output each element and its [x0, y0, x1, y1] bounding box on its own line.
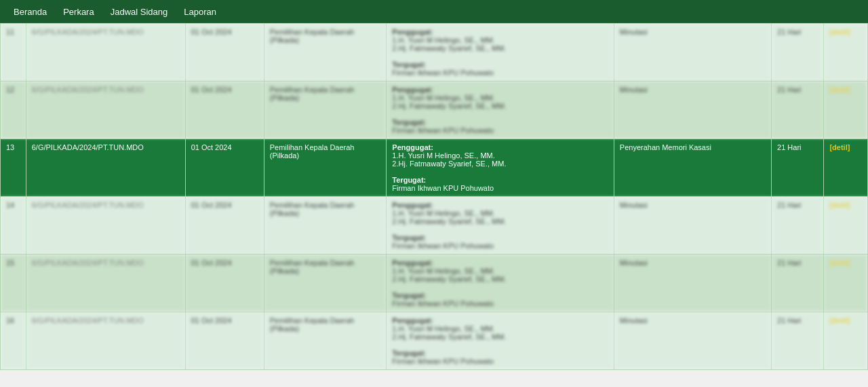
row-tenggat: 21 Hari: [772, 24, 824, 81]
row-no: 12: [1, 81, 26, 139]
row-no: 15: [1, 255, 26, 312]
row-tenggat: 21 Hari: [772, 255, 824, 312]
row-aksi: [detil]: [824, 81, 868, 139]
row-tahapan: Minutasi: [614, 312, 771, 370]
row-tanggal: 01 Oct 2024: [185, 255, 264, 312]
row-tenggat: 21 Hari: [772, 139, 824, 197]
detail-link[interactable]: [detil]: [829, 86, 850, 94]
detail-link[interactable]: [detil]: [829, 28, 850, 36]
row-jenis: Pemilihan Kepala Daerah(Pilkada): [264, 24, 387, 81]
table-row: 11 6/G/PILKADA/2024/PT.TUN.MDO 01 Oct 20…: [1, 24, 868, 81]
table-row: 16 6/G/PILKADA/2024/PT.TUN.MDO 01 Oct 20…: [1, 312, 868, 370]
table-row: 14 6/G/PILKADA/2024/PT.TUN.MDO 01 Oct 20…: [1, 197, 868, 255]
detail-link[interactable]: [detil]: [829, 316, 850, 325]
row-perkara: 6/G/PILKADA/2024/PT.TUN.MDO: [26, 255, 185, 312]
navigation: Beranda Perkara Jadwal Sidang Laporan: [0, 0, 868, 23]
row-jenis: Pemilihan Kepala Daerah(Pilkada): [264, 197, 387, 255]
row-tanggal: 01 Oct 2024: [185, 139, 264, 197]
row-tanggal: 01 Oct 2024: [185, 24, 264, 81]
row-jenis: Pemilihan Kepala Daerah(Pilkada): [264, 81, 387, 139]
row-tahapan: Penyerahan Memori Kasasi: [614, 139, 771, 197]
row-pihak: Penggugat: 1.H. Yusri M Helingo, SE., MM…: [387, 81, 614, 139]
row-jenis: Pemilihan Kepala Daerah(Pilkada): [264, 139, 387, 197]
row-aksi: [detil]: [824, 24, 868, 81]
penggugat-1: 1.H. Yusri M Helingo, SE., MM.: [392, 151, 494, 160]
row-no: 11: [1, 24, 26, 81]
row-no: 16: [1, 312, 26, 370]
nav-beranda[interactable]: Beranda: [5, 1, 55, 22]
row-perkara: 6/G/PILKADA/2024/PT.TUN.MDO: [26, 81, 185, 139]
perkara-table-container: 11 6/G/PILKADA/2024/PT.TUN.MDO 01 Oct 20…: [0, 23, 868, 370]
row-pihak: Penggugat: 1.H. Yusri M Helingo, SE., MM…: [387, 312, 614, 370]
table-row: 12 6/G/PILKADA/2024/PT.TUN.MDO 01 Oct 20…: [1, 81, 868, 139]
row-perkara: 6/G/PILKADA/2024/PT.TUN.MDO: [26, 312, 185, 370]
row-pihak: Penggugat: 1.H. Yusri M Helingo, SE., MM…: [387, 139, 614, 197]
row-aksi: [detil]: [824, 312, 868, 370]
row-tahapan: Minutasi: [614, 81, 771, 139]
row-tanggal: 01 Oct 2024: [185, 197, 264, 255]
row-tahapan: Minutasi: [614, 255, 771, 312]
row-tenggat: 21 Hari: [772, 197, 824, 255]
detail-link[interactable]: [detil]: [829, 143, 850, 151]
row-no: 14: [1, 197, 26, 255]
row-tahapan: Minutasi: [614, 24, 771, 81]
row-aksi: [detil]: [824, 255, 868, 312]
row-tahapan: Minutasi: [614, 197, 771, 255]
table-row: 15 6/G/PILKADA/2024/PT.TUN.MDO 01 Oct 20…: [1, 255, 868, 312]
tergugat-label: Tergugat:: [392, 176, 426, 184]
row-pihak: Penggugat: 1.H. Yusri M Helingo, SE., MM…: [387, 255, 614, 312]
row-perkara: 6/G/PILKADA/2024/PT.TUN.MDO: [26, 197, 185, 255]
tergugat-1: Firman Ikhwan KPU Pohuwato: [392, 184, 494, 192]
perkara-table: 11 6/G/PILKADA/2024/PT.TUN.MDO 01 Oct 20…: [0, 23, 868, 370]
table-row-highlighted: 13 6/G/PILKADA/2024/PT.TUN.MDO 01 Oct 20…: [1, 139, 868, 197]
row-jenis: Pemilihan Kepala Daerah(Pilkada): [264, 255, 387, 312]
row-aksi: [detil]: [824, 139, 868, 197]
row-jenis: Pemilihan Kepala Daerah(Pilkada): [264, 312, 387, 370]
row-pihak: Penggugat: 1.H. Yusri M Helingo, SE., MM…: [387, 24, 614, 81]
row-aksi: [detil]: [824, 197, 868, 255]
row-pihak: Penggugat: 1.H. Yusri M Helingo, SE., MM…: [387, 197, 614, 255]
nav-laporan[interactable]: Laporan: [176, 1, 224, 22]
row-tanggal: 01 Oct 2024: [185, 81, 264, 139]
nav-perkara[interactable]: Perkara: [55, 1, 102, 22]
detail-link[interactable]: [detil]: [829, 201, 850, 209]
row-perkara: 6/G/PILKADA/2024/PT.TUN.MDO: [26, 24, 185, 81]
penggugat-2: 2.Hj. Fatmawaty Syarief, SE., MM.: [392, 160, 506, 168]
row-no: 13: [1, 139, 26, 197]
detail-link[interactable]: [detil]: [829, 259, 850, 267]
row-tanggal: 01 Oct 2024: [185, 312, 264, 370]
nav-jadwal-sidang[interactable]: Jadwal Sidang: [102, 1, 176, 22]
row-perkara: 6/G/PILKADA/2024/PT.TUN.MDO: [26, 139, 185, 197]
row-tenggat: 21 Hari: [772, 81, 824, 139]
row-tenggat: 21 Hari: [772, 312, 824, 370]
penggugat-label: Penggugat:: [392, 143, 433, 151]
